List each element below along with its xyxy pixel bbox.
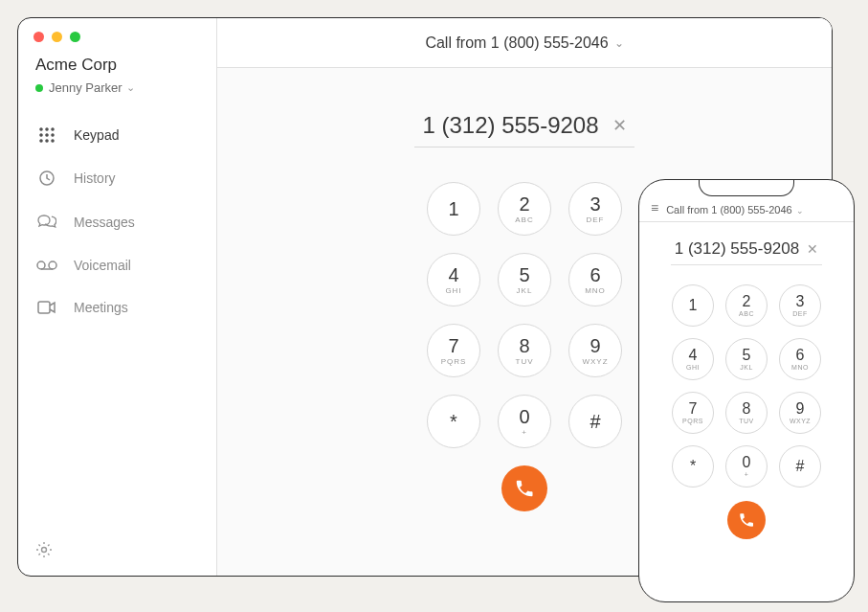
keypad-key-num: 2 [519,194,529,214]
keypad-key-3[interactable]: 3DEF [568,182,622,236]
sidebar: Acme Corp Jenny Parker ⌄ Keypad History [18,18,217,576]
svg-point-4 [46,134,49,137]
sidebar-item-label: Keypad [74,127,119,143]
mobile-keypad-key-sub: + [745,471,749,478]
keypad-icon [35,127,58,143]
mobile-keypad-key-sub: TUV [739,418,754,424]
keypad-key-num: * [450,412,457,431]
svg-point-7 [46,140,49,143]
mobile-entered-number: 1 (312) 555-9208 [675,239,799,259]
mobile-keypad-key-sub: MNO [791,364,809,371]
svg-point-14 [42,548,47,553]
mobile-keypad-key-9[interactable]: 9WXYZ [779,392,821,434]
voicemail-icon [35,260,58,271]
mobile-keypad-key-num: 7 [689,401,698,417]
phone-notch [699,179,794,196]
svg-point-11 [49,261,56,269]
sidebar-item-label: Voicemail [74,258,131,273]
keypad-key-0[interactable]: 0+ [498,395,551,448]
keypad-key-1[interactable]: 1 [427,182,480,236]
chevron-down-icon: ⌄ [796,206,804,215]
mobile-call-button[interactable] [727,501,766,539]
sidebar-item-voicemail[interactable]: Voicemail [18,256,216,275]
mobile-keypad-key-num: 4 [689,348,698,363]
sidebar-item-label: History [74,170,116,186]
keypad-key-8[interactable]: 8TUV [498,324,551,377]
mobile-keypad-key-5[interactable]: 5JKL [725,338,768,380]
keypad-grid: 12ABC3DEF4GHI5JKL6MNO7PQRS8TUV9WXYZ*0+# [427,182,622,448]
sidebar-item-meetings[interactable]: Meetings [18,298,216,317]
clear-number-button[interactable]: ✕ [612,115,627,136]
sidebar-item-history[interactable]: History [18,168,216,189]
mobile-keypad-key-4[interactable]: 4GHI [672,338,714,380]
user-presence[interactable]: Jenny Parker ⌄ [18,80,216,122]
mobile-keypad-key-sub: DEF [792,310,808,317]
mobile-keypad-key-num: 6 [796,348,805,363]
mobile-keypad-key-0[interactable]: 0+ [725,445,768,487]
keypad-key-num: 9 [590,336,600,355]
keypad-key-*[interactable]: * [427,395,480,448]
svg-rect-13 [38,302,50,313]
call-from-header[interactable]: Call from 1 (800) 555-2046 ⌄ [217,18,832,68]
keypad-key-7[interactable]: 7PQRS [427,324,480,377]
mobile-keypad-key-7[interactable]: 7PQRS [672,392,714,434]
mobile-keypad-key-8[interactable]: 8TUV [725,392,768,434]
keypad-key-4[interactable]: 4GHI [427,253,480,306]
keypad-key-sub: JKL [517,286,533,295]
keypad-key-sub: TUV [516,357,534,366]
sidebar-nav: Keypad History Messages Voicemail [18,122,216,317]
keypad-key-sub: WXYZ [582,357,608,366]
history-icon [35,170,58,187]
mobile-keypad-key-sub: ABC [739,310,754,317]
mobile-keypad-key-1[interactable]: 1 [672,284,714,327]
svg-point-1 [46,128,49,131]
menu-icon[interactable]: ≡ [651,200,658,215]
mobile-keypad-key-num: # [796,459,805,474]
close-window-icon[interactable] [33,32,44,42]
mobile-header-prefix: Call from [666,204,708,215]
settings-button[interactable] [35,541,53,562]
keypad-key-5[interactable]: 5JKL [498,253,551,306]
chevron-down-icon: ⌄ [126,81,135,94]
window-controls [18,32,216,54]
keypad-key-num: # [590,412,600,431]
mobile-clear-number-button[interactable]: ✕ [807,241,818,257]
keypad-key-2[interactable]: 2ABC [498,182,551,236]
maximize-window-icon[interactable] [70,32,80,42]
meetings-icon [35,301,58,314]
call-button[interactable] [501,465,547,511]
mobile-keypad-key-num: 9 [796,401,805,417]
minimize-window-icon[interactable] [52,32,62,42]
mobile-keypad-key-sub: WXYZ [790,418,811,424]
keypad-key-9[interactable]: 9WXYZ [568,324,622,377]
svg-point-5 [52,134,55,137]
mobile-header-number: 1 (800) 555-2046 [711,204,791,215]
keypad-key-num: 7 [448,336,458,355]
keypad-key-6[interactable]: 6MNO [568,253,622,306]
mobile-keypad-key-#[interactable]: # [779,445,821,487]
mobile-keypad-key-6[interactable]: 6MNO [779,338,821,380]
keypad-key-sub: PQRS [441,357,467,366]
svg-point-10 [37,261,45,269]
mobile-keypad-key-2[interactable]: 2ABC [725,284,768,327]
keypad-key-sub: ABC [515,215,533,224]
keypad-key-sub: DEF [587,215,605,224]
keypad-key-num: 4 [448,265,458,284]
entered-number: 1 (312) 555-9208 [422,112,598,139]
keypad-key-num: 0 [519,407,529,426]
keypad-key-#[interactable]: # [568,395,622,448]
keypad-key-num: 3 [590,194,600,214]
sidebar-item-keypad[interactable]: Keypad [18,125,216,145]
sidebar-item-messages[interactable]: Messages [18,212,216,233]
mobile-keypad-key-3[interactable]: 3DEF [779,284,821,327]
mobile-keypad-key-num: 3 [796,294,805,309]
messages-icon [35,214,58,231]
header-prefix: Call from [425,34,486,52]
mobile-keypad-key-*[interactable]: * [672,445,714,487]
keypad-key-sub: MNO [585,286,606,295]
mobile-keypad-grid: 12ABC3DEF4GHI5JKL6MNO7PQRS8TUV9WXYZ*0+# [672,284,821,487]
entered-number-row: 1 (312) 555-9208 ✕ [414,112,634,147]
sidebar-item-label: Messages [74,215,135,230]
mobile-keypad-key-sub: JKL [740,364,753,371]
mobile-keypad-key-num: 8 [743,401,751,417]
